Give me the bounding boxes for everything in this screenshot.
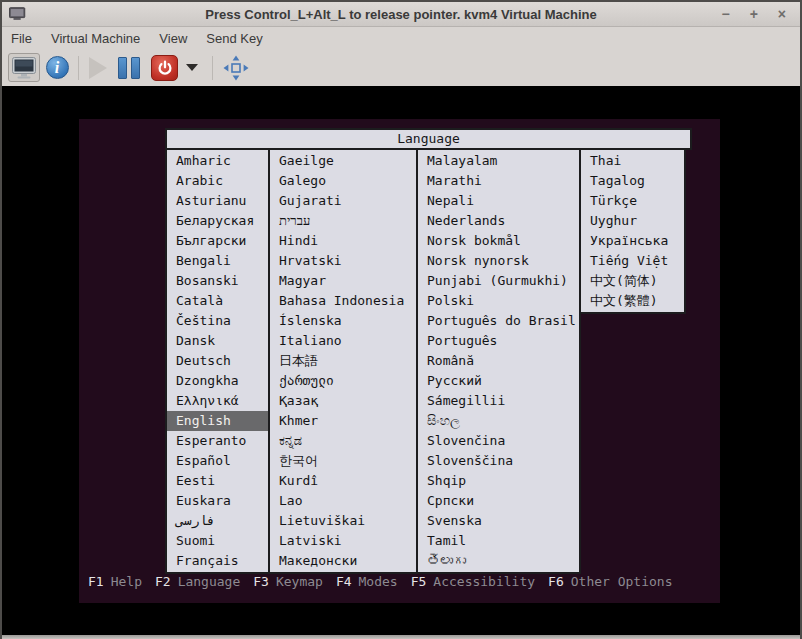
menu-item[interactable]: Send Key [206,31,262,46]
language-option[interactable]: Thai [581,151,684,171]
language-option[interactable]: Suomi [167,531,268,551]
language-option[interactable]: Español [167,451,268,471]
fkey-group: F4 Modes [336,574,398,589]
language-option[interactable]: Türkçe [581,191,684,211]
language-option[interactable]: Беларуская [167,211,268,231]
language-option[interactable]: Dzongkha [167,371,268,391]
menu-item[interactable]: View [159,31,187,46]
language-option[interactable]: Italiano [270,331,416,351]
language-option[interactable]: Română [418,351,579,371]
language-option[interactable]: English [167,411,268,431]
maximize-button[interactable]: + [750,7,758,21]
language-option[interactable]: Tamil [418,531,579,551]
language-option[interactable]: Dansk [167,331,268,351]
language-option[interactable]: Nederlands [418,211,579,231]
installer-screen: Language AmharicArabicAsturianuБеларуска… [79,119,720,603]
language-option[interactable]: Amharic [167,151,268,171]
fkey-action-label: Accessibility [433,574,535,589]
language-option[interactable]: Euskara [167,491,268,511]
language-option[interactable]: Қазақ [270,391,416,411]
language-option[interactable]: Malayalam [418,151,579,171]
language-dialog: Language AmharicArabicAsturianuБеларуска… [165,128,692,574]
shutdown-button[interactable] [151,55,178,81]
language-option[interactable]: Bosanski [167,271,268,291]
shutdown-menu-arrow[interactable] [186,64,198,71]
menubar: FileVirtual MachineViewSend Key [2,27,800,49]
language-option[interactable]: Norsk bokmål [418,231,579,251]
language-option[interactable]: Svenska [418,511,579,531]
language-option[interactable]: Latviski [270,531,416,551]
language-option[interactable]: Lietuviškai [270,511,416,531]
menu-item[interactable]: File [11,31,32,46]
toolbar-separator [78,56,79,80]
language-option[interactable]: Deutsch [167,351,268,371]
run-button[interactable] [89,57,107,79]
language-option[interactable]: Polski [418,291,579,311]
fkey-label: F3 [253,574,269,589]
language-option[interactable]: Català [167,291,268,311]
close-button[interactable]: × [778,7,786,21]
language-option[interactable]: Nepali [418,191,579,211]
fkey-group: F2 Language [155,574,240,589]
language-option[interactable]: Magyar [270,271,416,291]
language-option[interactable]: Русский [418,371,579,391]
language-option[interactable]: Čeština [167,311,268,331]
fkey-group: F3 Keymap [253,574,323,589]
language-option[interactable]: Hindi [270,231,416,251]
language-option[interactable]: Arabic [167,171,268,191]
language-option[interactable]: Français [167,551,268,571]
fullscreen-button[interactable] [221,53,251,82]
language-option[interactable]: Hrvatski [270,251,416,271]
language-option[interactable]: 中文(简体) [581,271,684,291]
language-option[interactable]: Punjabi (Gurmukhi) [418,271,579,291]
fullscreen-icon [223,55,249,81]
language-option[interactable]: Bengali [167,251,268,271]
power-icon [156,59,174,77]
language-option[interactable]: Gujarati [270,191,416,211]
language-option[interactable]: සිංහල [418,411,579,431]
language-option[interactable]: Tiếng Việt [581,251,684,271]
language-option[interactable]: Slovenčina [418,431,579,451]
fkey-label: F1 [88,574,104,589]
show-graphical-console-button[interactable] [8,53,40,82]
language-option[interactable]: Sámegillii [418,391,579,411]
language-option[interactable]: Српски [418,491,579,511]
vm-console-display[interactable]: Language AmharicArabicAsturianuБеларуска… [2,86,800,635]
language-option[interactable]: ಕನ್ನಡ [270,431,416,451]
language-option[interactable]: Kurdî [270,471,416,491]
language-option[interactable]: Português [418,331,579,351]
language-option[interactable]: Slovenščina [418,451,579,471]
language-option[interactable]: עברית [270,211,416,231]
language-option[interactable]: Македонски [270,551,416,571]
language-option[interactable]: Português do Brasil [418,311,579,331]
language-option[interactable]: Українська [581,231,684,251]
language-option[interactable]: فارسی [167,511,268,531]
language-option[interactable]: Asturianu [167,191,268,211]
pause-icon [118,57,127,79]
language-option[interactable]: 中文(繁體) [581,291,684,311]
language-option[interactable]: Khmer [270,411,416,431]
language-option[interactable]: Български [167,231,268,251]
language-option[interactable]: Uyghur [581,211,684,231]
language-option[interactable]: 한국어 [270,451,416,471]
language-option[interactable]: Shqip [418,471,579,491]
language-option[interactable]: Eesti [167,471,268,491]
pause-button[interactable] [118,57,140,79]
language-option[interactable]: Tagalog [581,171,684,191]
language-option[interactable]: Íslenska [270,311,416,331]
language-option[interactable]: Galego [270,171,416,191]
language-option[interactable]: Norsk nynorsk [418,251,579,271]
language-option[interactable]: Ελληνικά [167,391,268,411]
minimize-button[interactable]: − [721,7,729,21]
language-column-3: MalayalamMarathiNepaliNederlandsNorsk bo… [416,150,581,574]
language-option[interactable]: Marathi [418,171,579,191]
language-option[interactable]: Lao [270,491,416,511]
language-option[interactable]: Esperanto [167,431,268,451]
language-option[interactable]: 日本語 [270,351,416,371]
language-option[interactable]: Gaeilge [270,151,416,171]
show-hardware-details-button[interactable]: i [42,53,72,82]
language-option[interactable]: ქართული [270,371,416,391]
language-option[interactable]: Bahasa Indonesia [270,291,416,311]
language-option[interactable]: తెలుగు [418,551,579,571]
menu-item[interactable]: Virtual Machine [51,31,140,46]
